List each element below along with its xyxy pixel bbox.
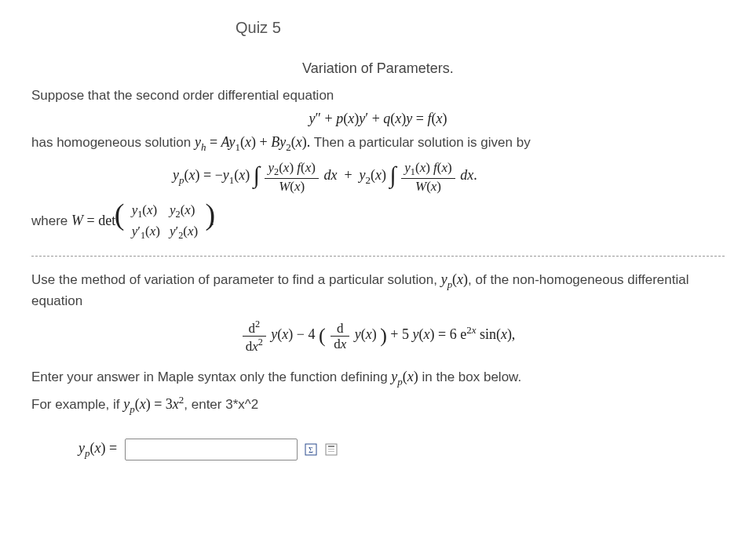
quiz-title: Quiz 5 <box>236 19 725 37</box>
problem-statement: Use the method of variation of parameter… <box>31 269 725 311</box>
instr2-post: , enter 3*x^2 <box>184 397 258 412</box>
svg-rect-3 <box>328 446 334 447</box>
yp-symbol-2: yp(x) <box>391 369 418 384</box>
svg-text:Σ: Σ <box>309 446 313 454</box>
equation-editor-icon[interactable]: Σ <box>304 442 318 457</box>
preview-icon[interactable] <box>324 442 338 457</box>
homogeneous-solution: yh = Ay1(x) + By2(x). <box>195 134 314 150</box>
where-pre: where <box>31 213 71 228</box>
problem-line1-pre: Use the method of variation of parameter… <box>31 272 441 287</box>
where-line: where W = det y1(x) y2(x) y′1(x) y′2(x) … <box>31 201 725 243</box>
instr2-pre: For example, if <box>31 397 123 412</box>
wronskian-def: W = det y1(x) y2(x) y′1(x) y′2(x) . <box>71 213 214 228</box>
intro-line-2-post: Then a particular solution is given by <box>314 135 531 150</box>
intro-line-2-pre: has homogeneous solution <box>31 135 195 150</box>
answer-input[interactable] <box>125 439 298 460</box>
svg-rect-4 <box>328 449 334 450</box>
yp-formula: yp(x) = −y1(x) ∫ y2(x) f(x) W(x) dx + y2… <box>173 161 725 193</box>
problem-ode: d2 dx2 y(x) − 4 ( d dx y(x) ) + 5 y(x) =… <box>31 319 725 352</box>
instruction-1: Enter your answer in Maple syntax only t… <box>31 366 725 389</box>
svg-rect-5 <box>328 451 334 452</box>
intro-line-1: Suppose that the second order differenti… <box>31 86 725 106</box>
answer-row: yp(x) = Σ <box>79 439 725 460</box>
yp-symbol: yp(x) <box>441 271 468 287</box>
divider <box>31 256 725 257</box>
example-math: yp(x) = 3x2 <box>123 396 184 412</box>
instr1-post: in the box below. <box>418 369 521 384</box>
instruction-2: For example, if yp(x) = 3x2, enter 3*x^2 <box>31 393 725 417</box>
section-title: Variation of Parameters. <box>31 60 725 77</box>
intro-line-2: has homogeneous solution yh = Ay1(x) + B… <box>31 132 725 155</box>
instr1-pre: Enter your answer in Maple syntax only t… <box>31 369 391 384</box>
answer-label: yp(x) = <box>79 440 117 460</box>
ode-general-form: y″ + p(x)y′ + q(x)y = f(x) <box>31 111 725 127</box>
